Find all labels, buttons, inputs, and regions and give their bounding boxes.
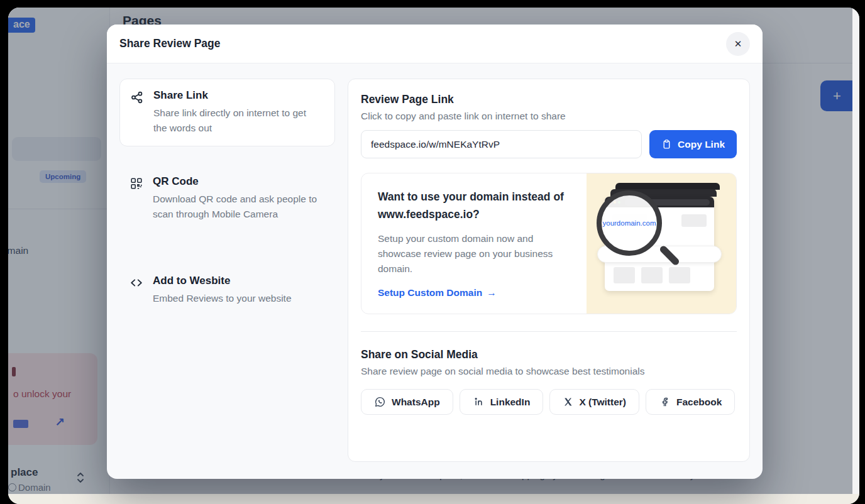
x-twitter-icon [563,397,573,407]
close-icon: ✕ [734,38,742,50]
social-section-subtitle: Share review page on social media to sho… [361,366,737,377]
page-root: ace Upcoming omain o unlock your ↗ place… [0,0,865,504]
nav-item-share-link[interactable]: Share Link Share link directly on intern… [119,79,335,146]
social-section-title: Share on Social Media [361,348,737,361]
arrow-right-icon: → [487,287,497,299]
share-options-nav: Share Link Share link directly on intern… [119,79,335,462]
section-divider [361,331,737,332]
page-scrollbar[interactable] [852,8,859,494]
custom-domain-illustration: yourdomain.com [587,173,736,314]
share-nodes-icon [130,89,145,136]
window-bottom-strip [8,494,859,504]
qr-code-icon [129,175,145,222]
yourdomain-label: yourdomain.com [602,219,656,227]
setup-custom-domain-label: Setup Custom Domain [378,287,482,299]
modal-title: Share Review Page [119,37,221,50]
content-block [669,267,690,283]
share-link-panel: Review Page Link Click to copy and paste… [348,79,750,462]
facebook-label: Facebook [676,397,722,408]
custom-domain-card: Want to use your domain instead of www.f… [361,173,737,314]
social-media-section: Share on Social Media Share review page … [361,348,737,415]
custom-domain-text: Want to use your domain instead of www.f… [361,173,587,314]
magnifier-icon: yourdomain.com [597,190,662,256]
review-page-link-title: Review Page Link [361,93,737,106]
copy-link-label: Copy Link [678,139,725,150]
modal-header: Share Review Page ✕ [107,25,763,63]
nav-item-title: Share Link [153,89,318,102]
linkedin-icon [473,396,485,408]
facebook-button[interactable]: Facebook [646,389,735,415]
x-twitter-button[interactable]: X (Twitter) [549,389,639,415]
content-block [681,214,707,227]
linkedin-label: LinkedIn [490,397,531,408]
whatsapp-button[interactable]: WhatsApp [361,389,453,415]
copy-link-button[interactable]: Copy Link [649,130,737,158]
x-twitter-label: X (Twitter) [579,397,626,408]
share-review-modal: Share Review Page ✕ Share Link [107,25,763,479]
close-button[interactable]: ✕ [726,32,750,56]
nav-item-description: Embed Reviews to your website [153,291,292,306]
linkedin-button[interactable]: LinkedIn [460,389,544,415]
facebook-icon [659,396,671,408]
social-buttons-row: WhatsApp LinkedIn [361,389,737,415]
review-page-link-subtitle: Click to copy and paste link on internet… [361,111,737,122]
nav-item-title: Add to Wesbite [153,275,292,287]
content-block [614,267,635,283]
link-row: Copy Link [361,130,737,158]
nav-item-description: Share link directly on internet to get t… [153,106,318,136]
nav-item-add-to-website[interactable]: Add to Wesbite Embed Reviews to your web… [119,265,335,316]
whatsapp-label: WhatsApp [392,397,440,408]
whatsapp-icon [374,396,386,408]
nav-item-description: Download QR code and ask people to scan … [153,192,317,222]
setup-custom-domain-link[interactable]: Setup Custom Domain → [378,287,497,299]
nav-item-qr-code[interactable]: QR Code Download QR code and ask people … [119,165,335,232]
content-block [641,267,663,283]
custom-domain-body: Setup your custom domain now and showcas… [378,231,570,277]
custom-domain-title: Want to use your domain instead of www.f… [378,188,570,223]
code-brackets-icon [129,275,145,306]
clipboard-icon [661,139,672,150]
review-link-input[interactable] [361,130,642,158]
modal-body: Share Link Share link directly on intern… [107,63,763,479]
nav-item-title: QR Code [153,175,317,188]
